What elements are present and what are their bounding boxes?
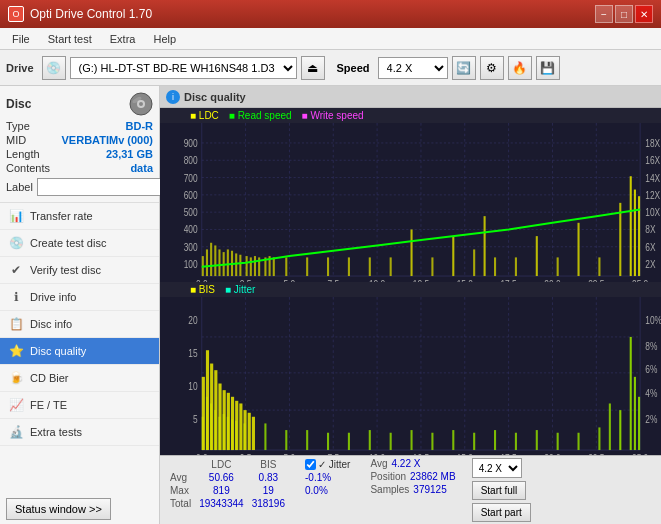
svg-text:500: 500 [184,206,198,218]
refresh-button[interactable]: 🔄 [452,56,476,80]
svg-rect-42 [306,257,308,276]
nav-item-transfer-rate[interactable]: 📊Transfer rate [0,203,159,230]
nav-icon-disc-quality: ⭐ [8,343,24,359]
max-label: Max [166,484,195,497]
svg-text:15.0: 15.0 [457,452,473,455]
nav-icon-transfer-rate: 📊 [8,208,24,224]
menu-file[interactable]: File [4,31,38,47]
total-label: Total [166,497,195,510]
svg-rect-60 [634,190,636,277]
svg-rect-139 [206,350,209,450]
svg-rect-25 [206,249,208,276]
nav-item-verify-test[interactable]: ✔Verify test disc [0,257,159,284]
svg-rect-119 [327,433,329,450]
svg-text:5: 5 [193,413,198,425]
svg-rect-145 [231,397,234,450]
title-bar-left: O Opti Drive Control 1.70 [8,6,152,22]
speed-and-buttons: 4.2 X Start full Start part [472,458,531,522]
svg-rect-142 [218,384,221,451]
window-controls[interactable]: − □ ✕ [595,5,653,23]
minimize-button[interactable]: − [595,5,613,23]
nav-label-verify-test: Verify test disc [30,264,101,276]
disc-label-key: Label [6,181,33,193]
speed-select[interactable]: 4.2 X [378,57,448,79]
jitter-checkbox[interactable] [305,459,316,470]
samples-label: Samples [370,484,409,495]
nav-item-disc-quality[interactable]: ⭐Disc quality [0,338,159,365]
svg-text:2.5: 2.5 [240,452,252,455]
svg-text:2%: 2% [645,413,657,425]
sidebar: Disc Type BD-R MID VERBATIMv (000) [0,86,160,524]
title-bar: O Opti Drive Control 1.70 − □ ✕ [0,0,661,28]
svg-text:6X: 6X [645,241,656,253]
stats-table: LDC BIS ✓ Jitter Avg 50.66 0.83 - [166,458,354,510]
disc-panel-icon [129,92,153,116]
disc-label-input[interactable] [37,178,170,196]
max-ldc: 819 [195,484,248,497]
disc-length-key: Length [6,148,40,160]
svg-text:0.0: 0.0 [196,452,208,455]
jitter-label: ✓ Jitter [318,459,350,470]
nav-item-extra-tests[interactable]: 🔬Extra tests [0,419,159,446]
nav-item-fe-te[interactable]: 📈FE / TE [0,392,159,419]
svg-rect-122 [390,433,392,450]
burn-button[interactable]: 🔥 [508,56,532,80]
disc-quality-icon: i [166,90,180,104]
settings-button[interactable]: ⚙ [480,56,504,80]
nav-label-fe-te: FE / TE [30,399,67,411]
svg-rect-26 [210,243,212,276]
svg-text:4%: 4% [645,387,657,399]
svg-rect-116 [264,423,266,450]
menu-start-test[interactable]: Start test [40,31,100,47]
nav-icon-create-test: 💿 [8,235,24,251]
close-button[interactable]: ✕ [635,5,653,23]
svg-rect-149 [248,413,251,450]
nav-item-create-test[interactable]: 💿Create test disc [0,230,159,257]
svg-text:20: 20 [188,314,197,326]
svg-rect-132 [598,427,600,450]
app-icon: O [8,6,24,22]
svg-text:10: 10 [188,380,197,392]
svg-rect-61 [638,196,640,276]
disc-mid-val: VERBATIMv (000) [62,134,153,146]
status-window-button[interactable]: Status window >> [6,498,111,520]
jitter-checkbox-label[interactable]: ✓ Jitter [305,459,350,470]
save-button[interactable]: 💾 [536,56,560,80]
position-label: Position [370,471,406,482]
svg-text:12X: 12X [645,189,660,201]
menu-help[interactable]: Help [145,31,184,47]
maximize-button[interactable]: □ [615,5,633,23]
svg-rect-131 [578,433,580,450]
avg-label: Avg [166,471,195,484]
svg-rect-123 [411,430,413,450]
test-speed-select[interactable]: 4.2 X [472,458,522,478]
nav-label-create-test: Create test disc [30,237,106,249]
svg-rect-124 [431,433,433,450]
eject-button[interactable]: ⏏ [301,56,325,80]
total-ldc: 19343344 [195,497,248,510]
svg-rect-41 [285,257,287,276]
nav-item-drive-info[interactable]: ℹDrive info [0,284,159,311]
nav-item-cd-bier[interactable]: 🍺CD Bier [0,365,159,392]
drive-select[interactable]: (G:) HL-DT-ST BD-RE WH16NS48 1.D3 [70,57,297,79]
drive-label: Drive [6,62,34,74]
total-bis: 318196 [248,497,289,510]
svg-rect-138 [202,377,205,450]
disc-info-panel: Disc Type BD-R MID VERBATIMv (000) [0,86,159,203]
drive-icon-btn[interactable]: 💿 [42,56,66,80]
menu-extra[interactable]: Extra [102,31,144,47]
legend-jitter: ■ Jitter [225,284,256,295]
svg-rect-147 [239,403,242,450]
svg-text:100: 100 [184,258,198,270]
max-bis: 19 [248,484,289,497]
start-part-button[interactable]: Start part [472,503,531,522]
nav-item-disc-info[interactable]: 📋Disc info [0,311,159,338]
svg-rect-146 [235,401,238,450]
svg-text:700: 700 [184,172,198,184]
svg-rect-53 [515,257,517,276]
nav-label-disc-info: Disc info [30,318,72,330]
sidebar-bottom: Status window >> [0,494,159,524]
svg-rect-134 [619,410,621,450]
svg-text:22.5: 22.5 [588,452,604,455]
start-full-button[interactable]: Start full [472,481,527,500]
